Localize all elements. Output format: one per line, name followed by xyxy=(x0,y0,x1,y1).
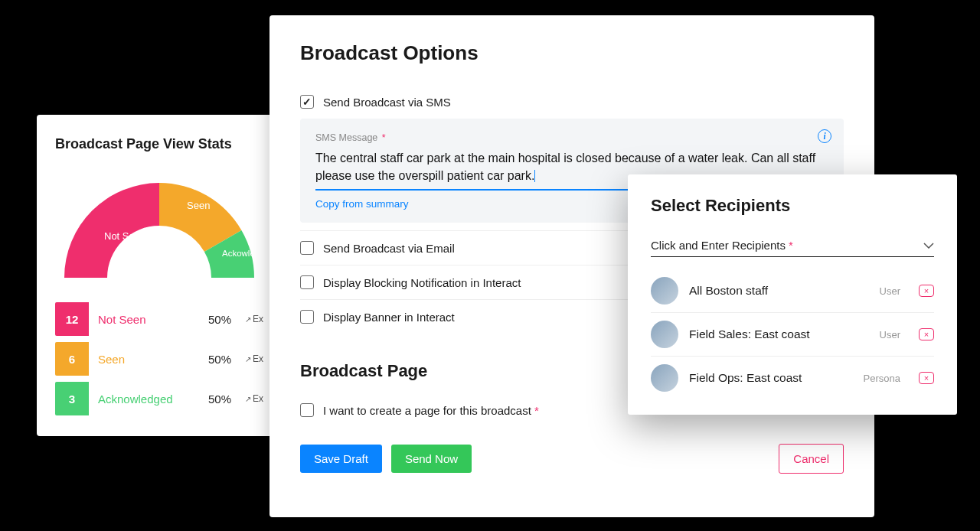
page-title: Broadcast Options xyxy=(300,41,844,65)
external-icon: ↗ xyxy=(245,315,251,324)
export-link[interactable]: ↗Ex xyxy=(239,353,263,364)
donut-chart: Not Seen Seen Ackowled xyxy=(55,163,263,285)
recipients-title: Select Recipients xyxy=(651,196,934,216)
recipients-input[interactable]: Click and Enter Recipients * xyxy=(651,234,934,257)
stat-count: 6 xyxy=(55,342,89,376)
avatar xyxy=(651,277,678,305)
recipient-type: Persona xyxy=(864,373,900,384)
avatar xyxy=(651,321,678,348)
recipient-item: All Boston staff User × xyxy=(651,269,934,313)
stat-label: Acknowledged xyxy=(89,393,208,406)
stat-pct: 50% xyxy=(208,313,239,326)
recipient-type: User xyxy=(880,285,900,297)
send-now-button[interactable]: Send Now xyxy=(391,445,472,473)
required-asterisk: * xyxy=(789,239,793,252)
export-link[interactable]: ↗Ex xyxy=(239,314,263,324)
copy-from-summary-link[interactable]: Copy from summary xyxy=(315,198,409,210)
avatar xyxy=(651,364,678,392)
sms-check-label: Send Broadcast via SMS xyxy=(323,96,451,109)
export-link[interactable]: ↗Ex xyxy=(239,393,263,404)
recipient-name: Field Sales: East coast xyxy=(689,327,869,341)
blocking-check-label: Display Blocking Notification in Interac… xyxy=(323,276,521,289)
donut-svg xyxy=(55,163,263,285)
cancel-button[interactable]: Cancel xyxy=(779,444,844,474)
info-icon[interactable]: i xyxy=(818,129,831,143)
email-checkbox[interactable] xyxy=(300,241,314,255)
donut-label-ack: Ackowled xyxy=(222,249,260,258)
stats-title: Broadcast Page View Stats xyxy=(55,136,263,152)
recipient-name: Field Ops: East coast xyxy=(689,371,853,385)
blocking-checkbox[interactable] xyxy=(300,275,314,289)
external-icon: ↗ xyxy=(245,355,251,363)
recipient-item: Field Ops: East coast Persona × xyxy=(651,357,934,399)
stat-count: 12 xyxy=(55,302,89,336)
save-draft-button[interactable]: Save Draft xyxy=(300,445,382,473)
email-check-label: Send Broadcast via Email xyxy=(323,242,455,255)
sms-field-label: SMS Message * xyxy=(315,132,828,143)
stat-row-acknowledged[interactable]: 3 Acknowledged 50% ↗Ex xyxy=(55,382,263,415)
recipient-type: User xyxy=(880,329,900,340)
sms-checkbox[interactable] xyxy=(300,95,314,109)
required-asterisk: * xyxy=(382,132,386,143)
remove-recipient-button[interactable]: × xyxy=(919,328,934,340)
recipient-name: All Boston staff xyxy=(689,284,869,298)
donut-label-not-seen: Not Seen xyxy=(104,230,145,242)
remove-recipient-button[interactable]: × xyxy=(919,285,934,297)
external-icon: ↗ xyxy=(245,395,251,403)
action-buttons: Save Draft Send Now Cancel xyxy=(300,444,844,474)
stats-panel: Broadcast Page View Stats Not Seen Seen … xyxy=(37,115,282,436)
required-asterisk: * xyxy=(534,404,539,417)
stat-count: 3 xyxy=(55,382,89,415)
remove-recipient-button[interactable]: × xyxy=(919,372,934,384)
sms-option-row: Send Broadcast via SMS xyxy=(300,85,844,119)
stat-row-not-seen[interactable]: 12 Not Seen 50% ↗Ex xyxy=(55,302,263,336)
create-page-label: I want to create a page for this broadca… xyxy=(323,404,539,417)
select-recipients-panel: Select Recipients Click and Enter Recipi… xyxy=(628,174,957,415)
stat-row-seen[interactable]: 6 Seen 50% ↗Ex xyxy=(55,342,263,376)
banner-check-label: Display Banner in Interact xyxy=(323,311,455,324)
recipient-item: Field Sales: East coast User × xyxy=(651,313,934,357)
recipients-input-label: Click and Enter Recipients * xyxy=(651,239,793,252)
stat-label: Seen xyxy=(89,353,208,366)
stat-pct: 50% xyxy=(208,393,239,406)
stat-pct: 50% xyxy=(208,353,239,366)
create-page-checkbox[interactable] xyxy=(300,403,314,417)
donut-label-seen: Seen xyxy=(187,200,210,211)
stat-label: Not Seen xyxy=(89,313,208,326)
banner-checkbox[interactable] xyxy=(300,310,314,324)
chevron-down-icon xyxy=(923,240,934,251)
